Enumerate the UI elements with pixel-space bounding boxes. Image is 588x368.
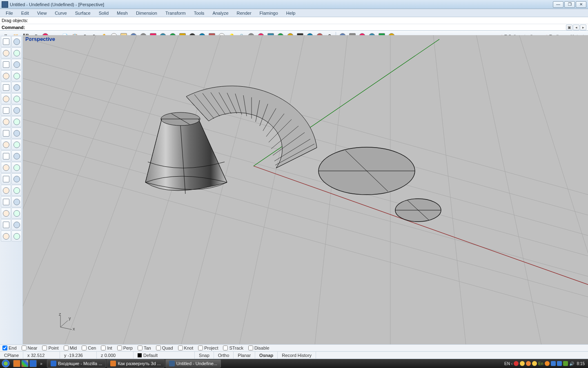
menu-surface[interactable]: Surface bbox=[71, 10, 95, 16]
osnap-point-checkbox[interactable] bbox=[42, 346, 47, 350]
points-tool[interactable] bbox=[11, 150, 22, 162]
viewport-perspective[interactable]: Perspective bbox=[23, 35, 588, 344]
status-layer[interactable]: Default bbox=[134, 352, 195, 359]
ql-show-desktop-icon[interactable] bbox=[29, 360, 37, 367]
tray-lang[interactable]: EN bbox=[504, 361, 510, 366]
osnap-int[interactable]: Int bbox=[101, 346, 112, 350]
pointer-tool[interactable] bbox=[1, 36, 11, 47]
osnap-knot[interactable]: Knot bbox=[178, 346, 194, 350]
osnap-point[interactable]: Point bbox=[42, 346, 58, 350]
lightning-tool[interactable] bbox=[11, 128, 22, 139]
osnap-cen-checkbox[interactable] bbox=[82, 346, 87, 350]
tray-chevron-icon[interactable]: ‹ bbox=[511, 361, 512, 366]
osnap-disable[interactable]: Disable bbox=[248, 346, 270, 350]
text-tool[interactable] bbox=[1, 173, 11, 184]
osnap-perp[interactable]: Perp bbox=[117, 346, 133, 350]
osnap-mid[interactable]: Mid bbox=[64, 346, 77, 350]
lasso-tool[interactable] bbox=[11, 36, 22, 47]
box-tool[interactable] bbox=[1, 105, 11, 116]
task-firefox[interactable]: Как развернуть 3d ... bbox=[107, 359, 164, 368]
menu-view[interactable]: View bbox=[33, 10, 51, 16]
osnap-perp-checkbox[interactable] bbox=[117, 346, 122, 350]
menu-file[interactable]: File bbox=[2, 10, 17, 16]
status-toggle-snap[interactable]: Snap bbox=[195, 352, 214, 359]
curve-tool-tool[interactable] bbox=[11, 59, 22, 70]
osnap-tan[interactable]: Tan bbox=[138, 346, 151, 350]
osnap-quad-checkbox[interactable] bbox=[156, 346, 161, 350]
explode-tool[interactable] bbox=[1, 219, 11, 230]
osnap-near[interactable]: Near bbox=[22, 346, 38, 350]
rectangle-tool[interactable] bbox=[1, 70, 11, 81]
tray-lang2[interactable]: En bbox=[538, 361, 543, 366]
polyline-tool[interactable] bbox=[1, 47, 11, 58]
tray-antivirus-icon[interactable] bbox=[545, 361, 550, 366]
osnap-tan-checkbox[interactable] bbox=[138, 346, 143, 350]
tray-hw-icon[interactable] bbox=[563, 361, 568, 366]
history-next-icon[interactable]: ▸ bbox=[580, 25, 586, 30]
dimension-tool[interactable] bbox=[11, 173, 22, 184]
osnap-quad[interactable]: Quad bbox=[156, 346, 173, 350]
render-panel-tool[interactable] bbox=[11, 196, 22, 207]
point-tool[interactable] bbox=[1, 150, 11, 162]
surface-tool[interactable] bbox=[11, 162, 22, 173]
layout-manager-tool[interactable] bbox=[11, 208, 22, 219]
deform-tool[interactable] bbox=[1, 93, 11, 104]
options-tool[interactable] bbox=[1, 231, 11, 242]
annotation-tool[interactable] bbox=[11, 185, 22, 196]
curve-tool[interactable] bbox=[11, 47, 22, 58]
menu-curve[interactable]: Curve bbox=[51, 10, 71, 16]
circle-tool[interactable] bbox=[1, 59, 11, 70]
trim-tool[interactable] bbox=[1, 139, 11, 150]
osnap-near-checkbox[interactable] bbox=[22, 346, 27, 350]
block-manager-tool[interactable] bbox=[1, 208, 11, 219]
status-toggle-osnap[interactable]: Osnap bbox=[255, 352, 278, 359]
osnap-project-checkbox[interactable] bbox=[198, 346, 203, 350]
osnap-cen[interactable]: Cen bbox=[82, 346, 96, 350]
menu-mesh[interactable]: Mesh bbox=[113, 10, 132, 16]
status-cplane[interactable]: CPlane bbox=[0, 352, 23, 359]
osnap-int-checkbox[interactable] bbox=[101, 346, 106, 350]
tray-monitor-icon[interactable] bbox=[557, 361, 562, 366]
menu-render[interactable]: Render bbox=[233, 10, 256, 16]
help-tool[interactable] bbox=[11, 231, 22, 242]
osnap-knot-checkbox[interactable] bbox=[178, 346, 183, 350]
group-tool[interactable] bbox=[11, 219, 22, 230]
history-up-icon[interactable]: ▣ bbox=[566, 25, 572, 30]
history-prev-icon[interactable]: ◂ bbox=[573, 25, 579, 30]
gear-tool[interactable] bbox=[1, 128, 11, 139]
cage-tool[interactable] bbox=[11, 93, 22, 104]
curve-net-tool[interactable] bbox=[1, 162, 11, 173]
close-button[interactable]: ✕ bbox=[576, 1, 586, 8]
menu-dimension[interactable]: Dimension bbox=[132, 10, 161, 16]
tray-app-icon[interactable] bbox=[526, 361, 531, 366]
polygon-tool[interactable] bbox=[1, 82, 11, 93]
osnap-mid-checkbox[interactable] bbox=[64, 346, 69, 350]
menu-solid[interactable]: Solid bbox=[95, 10, 113, 16]
menu-help[interactable]: Help bbox=[282, 10, 300, 16]
osnap-strack[interactable]: STrack bbox=[223, 346, 243, 350]
menu-tools[interactable]: Tools bbox=[190, 10, 209, 16]
hatch-tool[interactable] bbox=[1, 185, 11, 196]
osnap-project[interactable]: Project bbox=[198, 346, 218, 350]
menu-edit[interactable]: Edit bbox=[17, 10, 33, 16]
status-toggle-planar[interactable]: Planar bbox=[234, 352, 255, 359]
task-thunderbird[interactable]: Входящие - Mozilla ... bbox=[47, 359, 106, 368]
osnap-disable-checkbox[interactable] bbox=[248, 346, 253, 350]
status-toggle-record-history[interactable]: Record History bbox=[278, 352, 316, 359]
rectangle2-tool[interactable] bbox=[11, 70, 22, 81]
ql-firefox-icon[interactable] bbox=[13, 360, 20, 367]
ql-overflow-icon[interactable]: » bbox=[38, 360, 45, 367]
start-button[interactable] bbox=[0, 359, 11, 368]
command-input[interactable] bbox=[27, 25, 566, 30]
osnap-end-checkbox[interactable] bbox=[2, 346, 7, 350]
split-tool[interactable] bbox=[11, 139, 22, 150]
tray-volume-icon[interactable]: 🔊 bbox=[569, 361, 574, 366]
arc-tool[interactable] bbox=[11, 82, 22, 93]
status-toggle-ortho[interactable]: Ortho bbox=[214, 352, 234, 359]
menu-transform[interactable]: Transform bbox=[161, 10, 190, 16]
menu-flamingo[interactable]: Flamingo bbox=[256, 10, 282, 16]
tray-clock[interactable]: 8:15 bbox=[575, 361, 586, 366]
sphere-tool[interactable] bbox=[11, 105, 22, 116]
menu-analyze[interactable]: Analyze bbox=[208, 10, 232, 16]
tray-block-icon[interactable] bbox=[514, 361, 519, 366]
